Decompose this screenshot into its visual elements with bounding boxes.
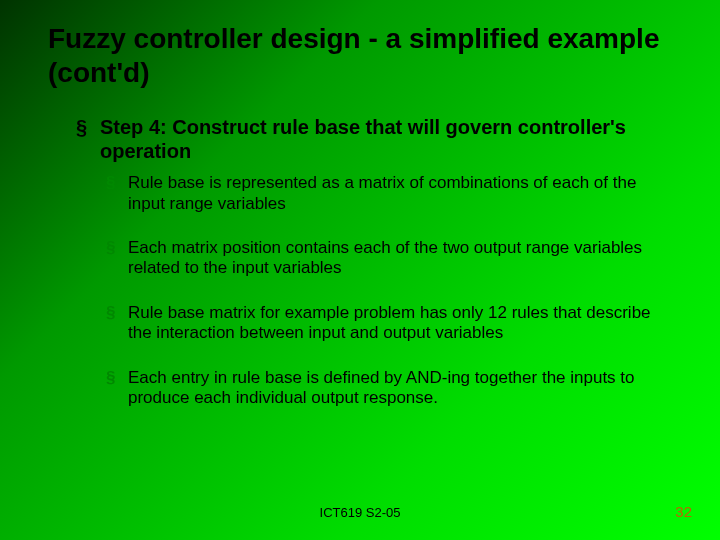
- step-heading: Step 4: Construct rule base that will go…: [70, 115, 670, 163]
- slide-content: Step 4: Construct rule base that will go…: [0, 97, 720, 408]
- bullet-item: Rule base matrix for example problem has…: [100, 303, 670, 344]
- bullet-item: Each matrix position contains each of th…: [100, 238, 670, 279]
- footer-course-code: ICT619 S2-05: [0, 505, 720, 520]
- bullet-item: Rule base is represented as a matrix of …: [100, 173, 670, 214]
- slide-title: Fuzzy controller design - a simplified e…: [0, 0, 720, 97]
- bullet-item: Each entry in rule base is defined by AN…: [100, 368, 670, 409]
- slide-number: 32: [675, 503, 692, 520]
